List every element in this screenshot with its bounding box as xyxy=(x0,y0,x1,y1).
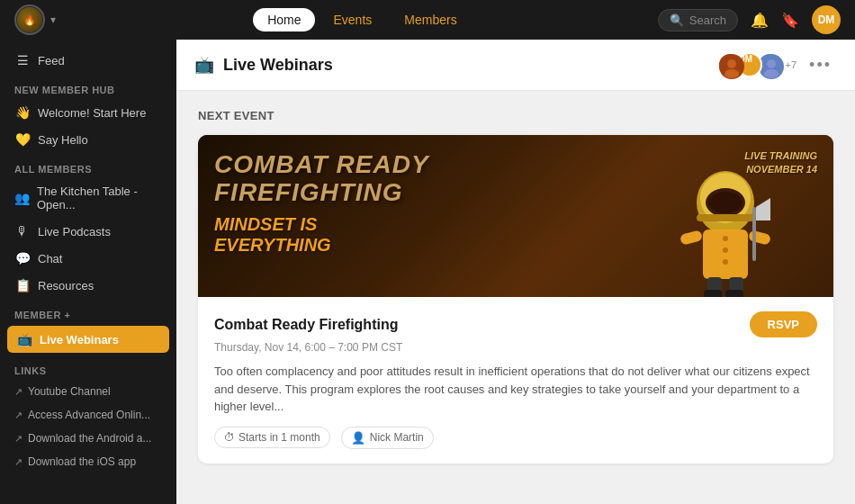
all-members-title: All Members xyxy=(0,153,176,178)
main-layout: ☰ Feed NEW MEMBER HUB 👋 Welcome! Start H… xyxy=(0,40,855,504)
bookmark-icon[interactable]: 🔖 xyxy=(781,12,799,29)
link-advanced-online[interactable]: ↗ Access Advanced Onlin... xyxy=(0,403,176,427)
bell-icon[interactable]: 🔔 xyxy=(751,12,769,29)
ios-label: Download the iOS app xyxy=(28,455,136,468)
page-title-area: 📺 Live Webinars xyxy=(194,55,333,75)
link-arrow-icon-3: ↗ xyxy=(14,433,22,445)
page-header-right: DM +7 ••• xyxy=(717,52,837,77)
page-header: 📺 Live Webinars DM +7 ••• xyxy=(176,40,855,91)
nav-chevron-icon[interactable]: ▾ xyxy=(50,14,56,26)
kitchen-label: The Kitchen Table - Open... xyxy=(37,184,162,212)
sidebar-item-chat[interactable]: 💬 Chat xyxy=(0,245,176,272)
svg-rect-15 xyxy=(680,230,703,246)
svg-point-12 xyxy=(723,236,728,241)
svg-rect-20 xyxy=(725,290,743,297)
clock-icon: ⏱ xyxy=(224,431,235,444)
sidebar-item-say-hello[interactable]: 💛 Say Hello xyxy=(0,126,176,153)
link-youtube[interactable]: ↗ Youtube Channel xyxy=(0,380,176,403)
banner-mascot xyxy=(671,153,779,297)
link-arrow-icon: ↗ xyxy=(14,386,22,398)
page-title: Live Webinars xyxy=(223,56,333,75)
sidebar: ☰ Feed NEW MEMBER HUB 👋 Welcome! Start H… xyxy=(0,40,176,504)
event-date: Thursday, Nov 14, 6:00 – 7:00 PM CST xyxy=(214,341,817,354)
link-arrow-icon-2: ↗ xyxy=(14,410,22,421)
event-footer: ⏱ Starts in 1 month 👤 Nick Martin xyxy=(214,427,817,449)
member-plus-title: Member + xyxy=(0,299,176,324)
main-content: 📺 Live Webinars DM +7 ••• Next e xyxy=(176,40,855,504)
event-name: Combat Ready Firefighting xyxy=(214,317,398,333)
next-event-label: Next event xyxy=(198,109,833,122)
podcast-label: Live Podcasts xyxy=(38,225,111,238)
content-area: Next event COMBAT READY FIREFIGHTING MIN… xyxy=(176,91,855,482)
search-icon: 🔍 xyxy=(670,14,684,27)
links-title: Links xyxy=(0,355,176,380)
banner-main-text: COMBAT READY FIREFIGHTING MINDSET IS EVE… xyxy=(214,151,429,256)
search-box[interactable]: 🔍 Search xyxy=(658,9,738,32)
banner-subtitle-line2: EVERYTHING xyxy=(214,235,429,256)
event-description: Too often complacency and poor attitudes… xyxy=(214,363,817,416)
say-hello-label: Say Hello xyxy=(38,133,88,147)
nav-home-button[interactable]: Home xyxy=(253,8,315,32)
svg-rect-16 xyxy=(748,230,771,246)
event-banner: COMBAT READY FIREFIGHTING MINDSET IS EVE… xyxy=(198,135,833,297)
banner-title-line2: FIREFIGHTING xyxy=(214,179,429,207)
nav-right-actions: 🔍 Search 🔔 🔖 DM xyxy=(658,5,841,34)
banner-title-line1: COMBAT READY xyxy=(214,151,429,179)
org-logo[interactable]: 🔥 xyxy=(14,4,45,35)
svg-point-2 xyxy=(724,69,739,78)
svg-point-4 xyxy=(767,59,776,68)
sidebar-item-live-podcasts[interactable]: 🎙 Live Podcasts xyxy=(0,218,176,245)
logo-image: 🔥 xyxy=(17,7,42,32)
sidebar-item-kitchen-table[interactable]: 👥 The Kitchen Table - Open... xyxy=(0,178,176,218)
more-options-button[interactable]: ••• xyxy=(804,54,837,76)
advanced-online-label: Access Advanced Onlin... xyxy=(28,409,150,421)
welcome-label: Welcome! Start Here xyxy=(38,106,146,120)
avatar-1 xyxy=(717,52,742,77)
svg-point-14 xyxy=(723,259,728,265)
sidebar-item-live-webinars[interactable]: 📺 Live Webinars xyxy=(7,326,169,353)
host-badge: 👤 Nick Martin xyxy=(341,427,434,449)
svg-rect-10 xyxy=(697,214,754,221)
sidebar-item-resources[interactable]: 📋 Resources xyxy=(0,272,176,299)
link-arrow-icon-4: ↗ xyxy=(14,456,22,468)
event-card: COMBAT READY FIREFIGHTING MINDSET IS EVE… xyxy=(198,135,833,464)
host-name: Nick Martin xyxy=(370,431,424,444)
resources-icon: 📋 xyxy=(14,278,31,292)
banner-subtitle-line1: MINDSET IS xyxy=(214,214,429,235)
say-hello-icon: 💛 xyxy=(14,132,31,147)
svg-rect-21 xyxy=(752,207,756,261)
nav-events-button[interactable]: Events xyxy=(319,8,386,32)
rsvp-button[interactable]: RSVP xyxy=(750,311,817,338)
feed-icon: ☰ xyxy=(14,53,31,68)
podcast-icon: 🎙 xyxy=(14,224,31,238)
live-webinars-label: Live Webinars xyxy=(40,333,119,346)
new-member-hub-title: NEW MEMBER HUB xyxy=(0,74,176,99)
welcome-icon: 👋 xyxy=(14,105,31,120)
nav-members-button[interactable]: Members xyxy=(390,8,471,32)
chat-icon: 💬 xyxy=(14,251,31,266)
event-body: Combat Ready Firefighting RSVP Thursday,… xyxy=(198,297,833,464)
youtube-label: Youtube Channel xyxy=(28,385,111,398)
search-label: Search xyxy=(689,14,726,27)
avatar-count: +7 xyxy=(786,59,797,70)
page-title-icon: 📺 xyxy=(194,55,214,75)
svg-point-13 xyxy=(723,248,728,253)
nav-center-links: Home Events Members xyxy=(67,8,658,32)
member-avatars: DM +7 xyxy=(717,52,797,77)
android-label: Download the Android a... xyxy=(28,432,151,445)
event-header-row: Combat Ready Firefighting RSVP xyxy=(214,311,817,338)
time-badge: ⏱ Starts in 1 month xyxy=(214,427,330,448)
time-label: Starts in 1 month xyxy=(238,431,320,444)
svg-rect-19 xyxy=(704,290,722,297)
svg-point-1 xyxy=(727,59,736,68)
sidebar-item-feed[interactable]: ☰ Feed xyxy=(0,47,176,74)
svg-point-5 xyxy=(764,69,778,78)
sidebar-item-welcome[interactable]: 👋 Welcome! Start Here xyxy=(0,99,176,126)
webinar-icon: 📺 xyxy=(16,332,32,346)
person-icon: 👤 xyxy=(351,431,365,445)
link-android[interactable]: ↗ Download the Android a... xyxy=(0,427,176,450)
kitchen-icon: 👥 xyxy=(14,191,30,205)
link-ios[interactable]: ↗ Download the iOS app xyxy=(0,450,176,473)
user-avatar[interactable]: DM xyxy=(812,5,841,34)
top-navigation: 🔥 ▾ Home Events Members 🔍 Search 🔔 🔖 DM xyxy=(0,0,855,40)
